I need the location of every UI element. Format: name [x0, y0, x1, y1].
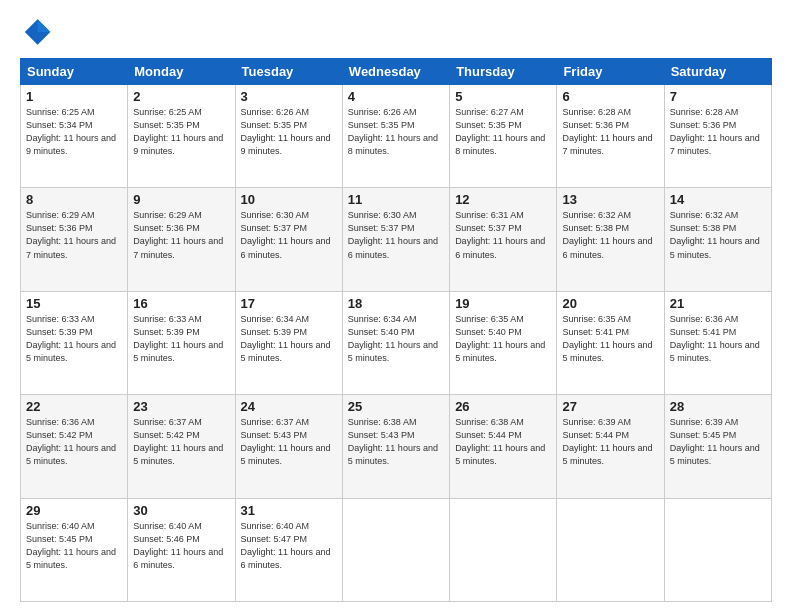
calendar-cell: 14Sunrise: 6:32 AMSunset: 5:38 PMDayligh… — [664, 188, 771, 291]
day-info: Sunrise: 6:33 AMSunset: 5:39 PMDaylight:… — [133, 314, 223, 363]
calendar-cell: 12Sunrise: 6:31 AMSunset: 5:37 PMDayligh… — [450, 188, 557, 291]
weekday-header-cell: Monday — [128, 59, 235, 85]
day-info: Sunrise: 6:40 AMSunset: 5:47 PMDaylight:… — [241, 521, 331, 570]
day-info: Sunrise: 6:40 AMSunset: 5:46 PMDaylight:… — [133, 521, 223, 570]
day-number: 6 — [562, 89, 658, 104]
day-number: 1 — [26, 89, 122, 104]
day-number: 15 — [26, 296, 122, 311]
day-number: 11 — [348, 192, 444, 207]
day-info: Sunrise: 6:36 AMSunset: 5:42 PMDaylight:… — [26, 417, 116, 466]
page: SundayMondayTuesdayWednesdayThursdayFrid… — [0, 0, 792, 612]
day-info: Sunrise: 6:39 AMSunset: 5:44 PMDaylight:… — [562, 417, 652, 466]
weekday-header-cell: Wednesday — [342, 59, 449, 85]
calendar-cell: 26Sunrise: 6:38 AMSunset: 5:44 PMDayligh… — [450, 395, 557, 498]
svg-marker-1 — [38, 19, 51, 32]
header — [20, 16, 772, 48]
calendar-week-row: 1Sunrise: 6:25 AMSunset: 5:34 PMDaylight… — [21, 85, 772, 188]
day-number: 7 — [670, 89, 766, 104]
day-info: Sunrise: 6:36 AMSunset: 5:41 PMDaylight:… — [670, 314, 760, 363]
day-info: Sunrise: 6:25 AMSunset: 5:35 PMDaylight:… — [133, 107, 223, 156]
calendar-cell: 9Sunrise: 6:29 AMSunset: 5:36 PMDaylight… — [128, 188, 235, 291]
weekday-header-cell: Thursday — [450, 59, 557, 85]
calendar-cell: 30Sunrise: 6:40 AMSunset: 5:46 PMDayligh… — [128, 498, 235, 601]
day-info: Sunrise: 6:32 AMSunset: 5:38 PMDaylight:… — [670, 210, 760, 259]
day-info: Sunrise: 6:37 AMSunset: 5:42 PMDaylight:… — [133, 417, 223, 466]
calendar-week-row: 29Sunrise: 6:40 AMSunset: 5:45 PMDayligh… — [21, 498, 772, 601]
weekday-header-cell: Saturday — [664, 59, 771, 85]
day-info: Sunrise: 6:30 AMSunset: 5:37 PMDaylight:… — [241, 210, 331, 259]
day-number: 10 — [241, 192, 337, 207]
day-info: Sunrise: 6:28 AMSunset: 5:36 PMDaylight:… — [670, 107, 760, 156]
calendar-cell — [664, 498, 771, 601]
day-number: 29 — [26, 503, 122, 518]
day-info: Sunrise: 6:35 AMSunset: 5:41 PMDaylight:… — [562, 314, 652, 363]
weekday-header-cell: Tuesday — [235, 59, 342, 85]
calendar-cell: 28Sunrise: 6:39 AMSunset: 5:45 PMDayligh… — [664, 395, 771, 498]
calendar-cell: 29Sunrise: 6:40 AMSunset: 5:45 PMDayligh… — [21, 498, 128, 601]
day-info: Sunrise: 6:39 AMSunset: 5:45 PMDaylight:… — [670, 417, 760, 466]
calendar-cell: 22Sunrise: 6:36 AMSunset: 5:42 PMDayligh… — [21, 395, 128, 498]
day-number: 5 — [455, 89, 551, 104]
calendar-cell: 17Sunrise: 6:34 AMSunset: 5:39 PMDayligh… — [235, 291, 342, 394]
day-info: Sunrise: 6:28 AMSunset: 5:36 PMDaylight:… — [562, 107, 652, 156]
day-number: 4 — [348, 89, 444, 104]
day-info: Sunrise: 6:30 AMSunset: 5:37 PMDaylight:… — [348, 210, 438, 259]
day-number: 2 — [133, 89, 229, 104]
day-info: Sunrise: 6:38 AMSunset: 5:43 PMDaylight:… — [348, 417, 438, 466]
day-info: Sunrise: 6:26 AMSunset: 5:35 PMDaylight:… — [348, 107, 438, 156]
day-info: Sunrise: 6:32 AMSunset: 5:38 PMDaylight:… — [562, 210, 652, 259]
day-number: 25 — [348, 399, 444, 414]
calendar-cell: 1Sunrise: 6:25 AMSunset: 5:34 PMDaylight… — [21, 85, 128, 188]
day-number: 27 — [562, 399, 658, 414]
calendar-body: 1Sunrise: 6:25 AMSunset: 5:34 PMDaylight… — [21, 85, 772, 602]
day-info: Sunrise: 6:26 AMSunset: 5:35 PMDaylight:… — [241, 107, 331, 156]
calendar-week-row: 22Sunrise: 6:36 AMSunset: 5:42 PMDayligh… — [21, 395, 772, 498]
weekday-header-cell: Friday — [557, 59, 664, 85]
day-info: Sunrise: 6:27 AMSunset: 5:35 PMDaylight:… — [455, 107, 545, 156]
calendar-cell: 4Sunrise: 6:26 AMSunset: 5:35 PMDaylight… — [342, 85, 449, 188]
calendar-cell: 8Sunrise: 6:29 AMSunset: 5:36 PMDaylight… — [21, 188, 128, 291]
calendar-cell: 11Sunrise: 6:30 AMSunset: 5:37 PMDayligh… — [342, 188, 449, 291]
day-number: 13 — [562, 192, 658, 207]
day-number: 24 — [241, 399, 337, 414]
day-number: 8 — [26, 192, 122, 207]
logo-icon — [20, 16, 52, 48]
day-info: Sunrise: 6:29 AMSunset: 5:36 PMDaylight:… — [26, 210, 116, 259]
calendar-cell: 7Sunrise: 6:28 AMSunset: 5:36 PMDaylight… — [664, 85, 771, 188]
day-info: Sunrise: 6:34 AMSunset: 5:40 PMDaylight:… — [348, 314, 438, 363]
calendar-cell: 27Sunrise: 6:39 AMSunset: 5:44 PMDayligh… — [557, 395, 664, 498]
calendar-cell: 24Sunrise: 6:37 AMSunset: 5:43 PMDayligh… — [235, 395, 342, 498]
calendar-cell: 2Sunrise: 6:25 AMSunset: 5:35 PMDaylight… — [128, 85, 235, 188]
calendar-cell: 31Sunrise: 6:40 AMSunset: 5:47 PMDayligh… — [235, 498, 342, 601]
day-info: Sunrise: 6:35 AMSunset: 5:40 PMDaylight:… — [455, 314, 545, 363]
day-number: 31 — [241, 503, 337, 518]
calendar-cell — [557, 498, 664, 601]
day-number: 28 — [670, 399, 766, 414]
calendar-cell: 18Sunrise: 6:34 AMSunset: 5:40 PMDayligh… — [342, 291, 449, 394]
calendar-cell: 23Sunrise: 6:37 AMSunset: 5:42 PMDayligh… — [128, 395, 235, 498]
day-number: 23 — [133, 399, 229, 414]
day-number: 14 — [670, 192, 766, 207]
calendar-cell: 20Sunrise: 6:35 AMSunset: 5:41 PMDayligh… — [557, 291, 664, 394]
day-info: Sunrise: 6:33 AMSunset: 5:39 PMDaylight:… — [26, 314, 116, 363]
day-info: Sunrise: 6:29 AMSunset: 5:36 PMDaylight:… — [133, 210, 223, 259]
calendar-cell: 6Sunrise: 6:28 AMSunset: 5:36 PMDaylight… — [557, 85, 664, 188]
calendar-cell — [342, 498, 449, 601]
day-number: 30 — [133, 503, 229, 518]
day-number: 21 — [670, 296, 766, 311]
calendar-cell: 25Sunrise: 6:38 AMSunset: 5:43 PMDayligh… — [342, 395, 449, 498]
calendar-cell: 10Sunrise: 6:30 AMSunset: 5:37 PMDayligh… — [235, 188, 342, 291]
day-info: Sunrise: 6:25 AMSunset: 5:34 PMDaylight:… — [26, 107, 116, 156]
day-number: 3 — [241, 89, 337, 104]
day-number: 17 — [241, 296, 337, 311]
calendar-cell — [450, 498, 557, 601]
calendar-week-row: 8Sunrise: 6:29 AMSunset: 5:36 PMDaylight… — [21, 188, 772, 291]
calendar-cell: 3Sunrise: 6:26 AMSunset: 5:35 PMDaylight… — [235, 85, 342, 188]
day-number: 19 — [455, 296, 551, 311]
day-info: Sunrise: 6:31 AMSunset: 5:37 PMDaylight:… — [455, 210, 545, 259]
weekday-header-row: SundayMondayTuesdayWednesdayThursdayFrid… — [21, 59, 772, 85]
day-number: 16 — [133, 296, 229, 311]
calendar-cell: 19Sunrise: 6:35 AMSunset: 5:40 PMDayligh… — [450, 291, 557, 394]
day-number: 22 — [26, 399, 122, 414]
weekday-header-cell: Sunday — [21, 59, 128, 85]
